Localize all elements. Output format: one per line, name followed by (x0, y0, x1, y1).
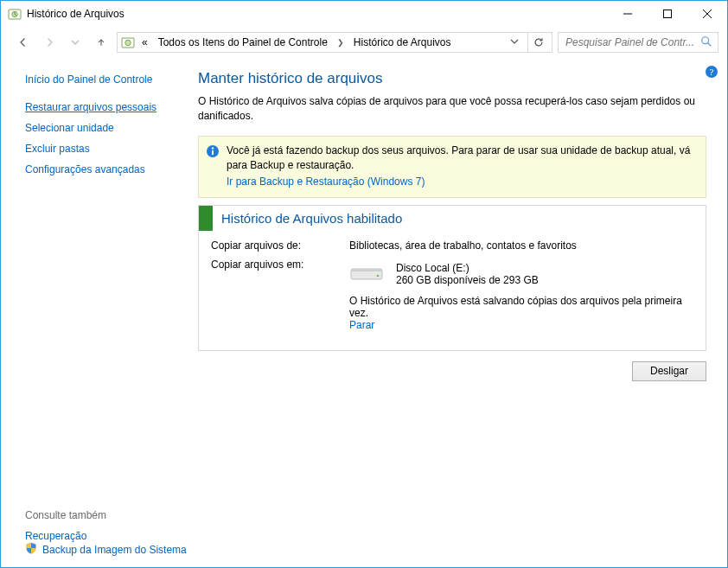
svg-point-9 (212, 147, 214, 149)
sidebar-link-exclude-folders[interactable]: Excluir pastas (25, 143, 188, 155)
search-input[interactable] (564, 35, 712, 49)
search-box[interactable] (558, 32, 718, 53)
shield-icon (25, 542, 37, 557)
info-banner-text: Você já está fazendo backup dos seus arq… (227, 144, 690, 171)
page-heading: Manter histórico de arquivos (198, 70, 706, 87)
window-controls (608, 1, 727, 27)
address-bar[interactable]: « Todos os Itens do Painel de Controle ❯… (117, 32, 552, 53)
breadcrumb-prefix: « (138, 36, 151, 48)
control-panel-home-link[interactable]: Início do Painel de Controle (25, 73, 188, 86)
breadcrumb-item[interactable]: Todos os Itens do Painel de Controle (155, 36, 331, 48)
copy-from-value: Bibliotecas, área de trabalho, contatos … (349, 239, 693, 252)
drive-space: 260 GB disponíveis de 293 GB (396, 274, 539, 286)
window: Histórico de Arquivos (0, 0, 728, 568)
status-panel: Histórico de Arquivos habilitado Copiar … (198, 205, 706, 351)
body: ? Início do Painel de Controle Restaurar… (1, 58, 727, 567)
see-also-recovery[interactable]: Recuperação (25, 530, 86, 542)
button-row: Desligar (198, 361, 706, 381)
breadcrumb-item[interactable]: Histórico de Arquivos (350, 36, 455, 48)
window-title: Histórico de Arquivos (27, 8, 125, 20)
progress-text: O Histórico de Arquivos está salvando có… (349, 295, 682, 319)
sidebar-link-select-drive[interactable]: Selecionar unidade (25, 122, 188, 134)
page-description: O Histórico de Arquivos salva cópias de … (198, 94, 706, 124)
see-also-heading: Consulte também (25, 509, 188, 521)
status-indicator-icon (199, 206, 213, 231)
control-panel-icon (8, 7, 22, 21)
turn-off-button[interactable]: Desligar (632, 361, 706, 381)
info-icon (206, 144, 220, 190)
maximize-button[interactable] (648, 1, 687, 27)
info-banner-body: Você já está fazendo backup dos seus arq… (227, 144, 697, 190)
svg-point-13 (377, 274, 380, 277)
copy-from-label: Copiar arquivos de: (211, 239, 349, 252)
info-banner: Você já está fazendo backup dos seus arq… (198, 136, 706, 198)
status-title: Histórico de Arquivos habilitado (213, 206, 411, 231)
see-also-system-image-backup[interactable]: Backup da Imagem do Sistema (42, 544, 187, 556)
titlebar: Histórico de Arquivos (1, 1, 727, 27)
minimize-button[interactable] (608, 1, 648, 27)
recent-locations-button[interactable] (65, 32, 86, 53)
nav-row: « Todos os Itens do Painel de Controle ❯… (1, 27, 727, 58)
refresh-button[interactable] (527, 33, 548, 52)
forward-button[interactable] (39, 32, 60, 53)
main-content: Manter histórico de arquivos O Histórico… (198, 58, 727, 567)
svg-rect-10 (212, 150, 214, 155)
sidebar-link-restore[interactable]: Restaurar arquivos pessoais (25, 101, 188, 113)
search-icon[interactable] (700, 35, 712, 50)
svg-point-5 (702, 36, 709, 43)
status-body: Copiar arquivos de: Bibliotecas, área de… (199, 231, 706, 350)
svg-rect-12 (351, 269, 382, 271)
back-button[interactable] (13, 32, 34, 53)
drive-name: Disco Local (E:) (396, 262, 539, 274)
stop-link[interactable]: Parar (349, 319, 374, 331)
control-panel-icon (121, 35, 135, 49)
up-button[interactable] (91, 32, 112, 53)
info-banner-link[interactable]: Ir para Backup e Restauração (Windows 7) (227, 175, 425, 189)
see-also-section: Consulte também Recuperação Backup da Im… (25, 509, 188, 557)
address-dropdown-button[interactable] (505, 37, 524, 48)
sidebar-link-advanced[interactable]: Configurações avançadas (25, 163, 188, 176)
svg-rect-2 (664, 10, 672, 18)
copy-to-label: Copiar arquivos em: (211, 258, 349, 271)
status-header: Histórico de Arquivos habilitado (199, 206, 706, 231)
hard-drive-icon (349, 262, 384, 283)
close-button[interactable] (687, 1, 727, 27)
svg-point-4 (125, 40, 131, 45)
chevron-right-icon[interactable]: ❯ (335, 38, 347, 47)
sidebar: Início do Painel de Controle Restaurar a… (1, 58, 198, 567)
